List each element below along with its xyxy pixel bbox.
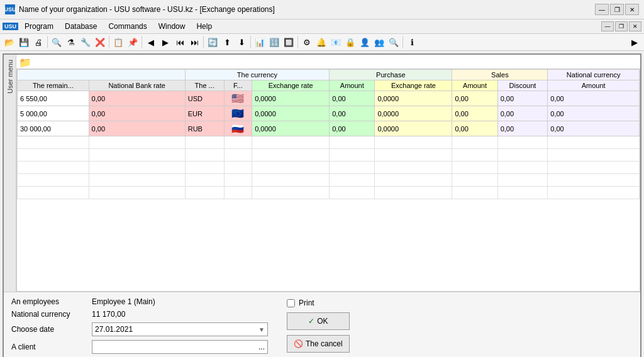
toolbar-paste[interactable]: 📌 <box>126 35 140 49</box>
toolbar-lock[interactable]: 🔒 <box>343 35 357 49</box>
amount-purchase-cell: 0,00 <box>330 106 375 121</box>
toolbar-search[interactable]: 🔍 <box>50 35 64 49</box>
toolbar-clear[interactable]: ❌ <box>93 35 107 49</box>
print-row: Print <box>287 299 350 307</box>
toolbar-first[interactable]: ⏮ <box>173 35 187 49</box>
toolbar-refresh[interactable]: 🔄 <box>206 35 219 49</box>
sidebar-label[interactable]: User menu <box>5 57 15 96</box>
toolbar-grid[interactable]: 🔲 <box>282 35 296 49</box>
exch-purchase-cell: 0,0000 <box>252 121 330 136</box>
col-bankrate: National Bank rate <box>89 80 185 91</box>
toolbar-print[interactable]: 🖨 <box>31 35 45 49</box>
purchase-group-header: Purchase <box>330 70 452 80</box>
col-amount-purchase: Amount <box>330 80 375 91</box>
toolbar-search2[interactable]: 🔍 <box>387 35 401 49</box>
ok-button[interactable]: ✓ OK <box>287 312 350 330</box>
toolbar-open[interactable]: 📂 <box>3 35 16 49</box>
sub-header-row: The remain... National Bank rate The ...… <box>18 80 640 91</box>
data-table-body: 6 550,00 0,00 USD 🇺🇸 0,0000 0,00 0,0000 … <box>18 91 640 199</box>
toolbar-save[interactable]: 💾 <box>17 35 31 49</box>
date-value: 27.01.2021 <box>95 325 133 334</box>
bottom-form: An employees Employee 1 (Main) National … <box>4 292 640 357</box>
remain-cell: 30 000,00 <box>18 121 89 136</box>
toolbar-table[interactable]: 🔢 <box>267 35 281 49</box>
toolbar-copy[interactable]: 📋 <box>111 35 125 49</box>
empty-row <box>18 149 640 162</box>
empty-row <box>18 174 640 187</box>
col-amount-natcurr: Amount <box>548 80 640 91</box>
toolbar-filter2[interactable]: 🔧 <box>79 35 92 49</box>
col-exch-sales: Exchange rate <box>375 80 452 91</box>
folder-tab: 📁 <box>16 55 640 69</box>
toolbar-last[interactable]: ⏭ <box>187 35 201 49</box>
window-controls: — ❐ ✕ <box>595 4 639 15</box>
natcurr-value: 11 170,00 <box>92 310 125 319</box>
natcurr-amount-cell: 0,00 <box>548 106 640 121</box>
exch-sales-cell: 0,0000 <box>375 121 452 136</box>
menu-close-btn[interactable]: ✕ <box>629 21 641 31</box>
cancel-button[interactable]: 🚫 The cancel <box>287 335 350 353</box>
date-label: Choose date <box>11 325 87 334</box>
col-discount: Discount <box>497 80 548 91</box>
menu-program[interactable]: Program <box>19 21 58 32</box>
toolbar-down[interactable]: ⬇ <box>235 35 248 49</box>
toolbar-next[interactable]: ▶ <box>158 35 172 49</box>
folder-icon: 📁 <box>19 57 31 69</box>
data-grid[interactable]: The currency Purchase Sales National cur… <box>16 69 640 292</box>
toolbar-chart[interactable]: 📊 <box>253 35 267 49</box>
menu-bar: USU Program Database Commands Window Hel… <box>0 19 644 34</box>
toolbar-sep-3 <box>142 36 142 48</box>
toolbar-mail[interactable]: 📧 <box>329 35 343 49</box>
table-row[interactable]: 6 550,00 0,00 USD 🇺🇸 0,0000 0,00 0,0000 … <box>18 91 640 106</box>
group-header-row: The currency Purchase Sales National cur… <box>18 70 640 80</box>
toolbar-user[interactable]: 👤 <box>358 35 372 49</box>
table-row[interactable]: 30 000,00 0,00 RUB 🇷🇺 0,0000 0,00 0,0000… <box>18 121 640 136</box>
print-checkbox[interactable] <box>287 299 295 307</box>
menu-minimize-btn[interactable]: — <box>601 21 614 31</box>
amount-purchase-cell: 0,00 <box>330 91 375 106</box>
flag-cell: 🇺🇸 <box>224 91 252 106</box>
cancel-label: The cancel <box>306 339 343 348</box>
date-row: Choose date 27.01.2021 ▼ <box>11 322 268 336</box>
remain-cell: 5 000,00 <box>18 106 89 121</box>
amount-sales-cell: 0,00 <box>452 106 497 121</box>
menu-commands[interactable]: Commands <box>103 21 152 32</box>
toolbar-sep-7 <box>402 36 403 48</box>
toolbar-sep-2 <box>109 36 109 48</box>
minimize-button[interactable]: — <box>595 4 609 15</box>
toolbar-bell[interactable]: 🔔 <box>314 35 328 49</box>
empty-row <box>18 187 640 199</box>
close-button[interactable]: ✕ <box>625 4 639 15</box>
print-label: Print <box>299 299 314 307</box>
table-area: 📁 The currency Purchase Sales National c… <box>16 55 640 292</box>
toolbar-filter[interactable]: ⚗ <box>64 35 78 49</box>
natcurr-amount-cell: 0,00 <box>548 121 640 136</box>
amount-purchase-cell: 0,00 <box>330 121 375 136</box>
col-currency: The ... <box>185 80 224 91</box>
restore-button[interactable]: ❐ <box>610 4 624 15</box>
col-flag: F... <box>224 80 252 91</box>
menu-database[interactable]: Database <box>60 21 102 32</box>
window-title: Name of your organization - USU software… <box>19 5 275 14</box>
date-input[interactable]: 27.01.2021 ▼ <box>92 322 268 336</box>
toolbar-prev[interactable]: ◀ <box>144 35 158 49</box>
toolbar-sep-6 <box>297 36 298 48</box>
exch-sales-cell: 0,0000 <box>375 91 452 106</box>
user-menu-sidebar: User menu <box>4 55 16 292</box>
table-row[interactable]: 5 000,00 0,00 EUR 🇪🇺 0,0000 0,00 0,0000 … <box>18 106 640 121</box>
employees-row: An employees Employee 1 (Main) <box>11 297 268 306</box>
currency-group-header <box>18 70 186 80</box>
toolbar-users[interactable]: 👥 <box>372 35 386 49</box>
toolbar-right-arrow[interactable]: ▶ <box>628 35 641 49</box>
client-input[interactable]: ... <box>92 340 268 354</box>
toolbar-info[interactable]: ℹ <box>405 35 419 49</box>
toolbar-settings[interactable]: ⚙ <box>300 35 314 49</box>
menu-restore-btn[interactable]: ❐ <box>615 21 628 31</box>
toolbar-sep-4 <box>203 36 204 48</box>
sales-group-header: Sales <box>452 70 548 80</box>
menu-help[interactable]: Help <box>191 21 217 32</box>
menu-window[interactable]: Window <box>153 21 191 32</box>
currency-cell: USD <box>185 91 224 106</box>
exch-sales-cell: 0,0000 <box>375 106 452 121</box>
toolbar-up[interactable]: ⬆ <box>220 35 234 49</box>
